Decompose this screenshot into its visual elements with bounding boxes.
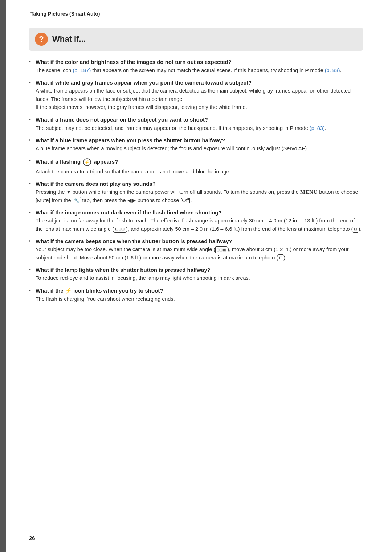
page: Taking Pictures (Smart Auto) ? What if..… (0, 0, 392, 552)
list-item: What if a frame does not appear on the s… (29, 116, 363, 132)
item-body: Your subject may be too close. When the … (36, 245, 363, 262)
list-item: What if a blue frame appears when you pr… (29, 137, 363, 152)
left-bar (0, 0, 6, 552)
arrow-buttons-icon: ◀▶ (127, 197, 136, 203)
wide-angle-icon-2: ⊞⊞⊞ (215, 246, 227, 253)
item-heading: What if the lamp lights when the shutter… (36, 267, 211, 273)
item-body: The flash is charging. You can shoot whe… (36, 295, 363, 303)
tele-icon-2: ⊟ (278, 254, 283, 261)
item-body: The subject may not be detected, and fra… (36, 124, 363, 132)
list-item: What if the camera does not play any sou… (29, 181, 363, 204)
item-heading: What if white and gray frames appear whe… (36, 79, 252, 86)
list-item: What if the camera beeps once when the s… (29, 238, 363, 262)
page-header: Taking Pictures (Smart Auto) (29, 11, 363, 17)
what-if-box: ? What if... (29, 28, 363, 51)
settings-tab-icon: 🔧 (73, 197, 81, 205)
page-link[interactable]: (p. 83) (310, 125, 325, 131)
list-item: What if the image comes out dark even if… (29, 209, 363, 233)
tele-icon: ⊟ (353, 226, 358, 233)
wide-angle-icon: ⊞⊞⊞ (114, 226, 126, 233)
page-link-2[interactable]: (p. 83) (325, 68, 340, 73)
p-mode-label: P (305, 67, 309, 73)
list-item: What if white and gray frames appear whe… (29, 79, 363, 111)
list-item: What if the ⚡ icon blinks when you try t… (29, 287, 363, 303)
page-number: 26 (29, 535, 35, 541)
item-heading: What if the ⚡ icon blinks when you try t… (36, 287, 163, 294)
down-arrow-icon: ▼ (66, 189, 71, 195)
item-body: Attach the camera to a tripod so that th… (36, 168, 363, 176)
faq-list: What if the color and brightness of the … (29, 59, 363, 303)
list-item: What if the lamp lights when the shutter… (29, 267, 363, 282)
item-body: A blue frame appears when a moving subje… (36, 144, 363, 152)
what-if-title: What if... (52, 34, 86, 44)
p-mode-label: P (290, 125, 293, 131)
item-heading: What if the image comes out dark even if… (36, 209, 222, 216)
page-link[interactable]: (p. 187) (73, 68, 91, 73)
question-icon: ? (35, 33, 48, 46)
list-item: What if a flashing ⚡ appears? Attach the… (29, 158, 363, 176)
item-heading: What if a flashing ⚡ appears? (36, 159, 118, 165)
svg-text:⚡: ⚡ (85, 160, 90, 165)
item-heading: What if the color and brightness of the … (36, 59, 232, 65)
item-heading: What if the camera does not play any sou… (36, 181, 156, 187)
item-body: The subject is too far away for the flas… (36, 217, 363, 233)
header-title: Taking Pictures (Smart Auto) (30, 11, 100, 17)
item-body: Pressing the ▼ button while turning on t… (36, 188, 363, 204)
item-body: The scene icon (p. 187) that appears on … (36, 66, 363, 74)
flash-icon: ⚡ (65, 287, 72, 294)
item-body: A white frame appears on the face or sub… (36, 87, 363, 111)
list-item: What if the color and brightness of the … (29, 59, 363, 74)
shake-icon: ⚡ (83, 158, 91, 167)
menu-label: MENU (300, 189, 318, 195)
item-heading: What if a frame does not appear on the s… (36, 116, 208, 123)
item-body: To reduce red-eye and to assist in focus… (36, 274, 363, 282)
item-heading: What if a blue frame appears when you pr… (36, 137, 225, 143)
item-heading: What if the camera beeps once when the s… (36, 238, 232, 244)
